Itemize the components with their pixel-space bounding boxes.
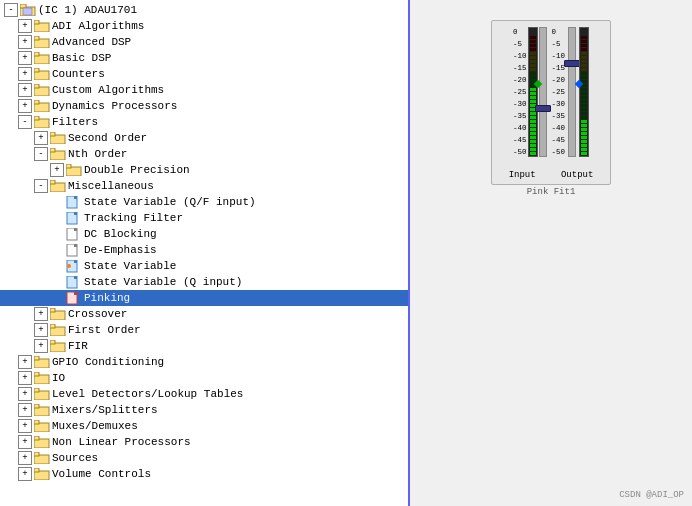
- tree-item-basic-dsp[interactable]: + Basic DSP: [0, 50, 408, 66]
- tree-item-state-variable[interactable]: State Variable: [0, 258, 408, 274]
- expander-adi-algorithms[interactable]: +: [18, 19, 32, 33]
- tree-item-gpio-conditioning[interactable]: + GPIO Conditioning: [0, 354, 408, 370]
- svg-rect-8: [34, 52, 39, 56]
- tree-item-counters[interactable]: + Counters: [0, 66, 408, 82]
- tree-item-nth-order[interactable]: - Nth Order: [0, 146, 408, 162]
- tree-item-pinking[interactable]: Pinking: [0, 290, 408, 306]
- tree-item-state-variable-q[interactable]: State Variable (Q input): [0, 274, 408, 290]
- expander-muxes-demuxes[interactable]: +: [18, 419, 32, 433]
- output-slider-thumb[interactable]: [564, 60, 580, 67]
- vu-segment: [581, 68, 587, 71]
- vu-segment: [581, 128, 587, 131]
- folder-icon: [34, 52, 50, 64]
- vu-segment: [530, 64, 536, 67]
- doc-blue-icon: [66, 276, 82, 288]
- vu-segment: [530, 120, 536, 123]
- tree-item-adi-algorithms[interactable]: + ADI Algorithms: [0, 18, 408, 34]
- tree-item-custom-algorithms[interactable]: + Custom Algorithms: [0, 82, 408, 98]
- tree-label-state-variable-q: State Variable (Q input): [84, 276, 242, 288]
- expander-counters[interactable]: +: [18, 67, 32, 81]
- folder-icon: [50, 148, 66, 160]
- tree-label-fir: FIR: [68, 340, 88, 352]
- expander-mixers-splitters[interactable]: +: [18, 403, 32, 417]
- tree-item-dynamics-processors[interactable]: + Dynamics Processors: [0, 98, 408, 114]
- expander-non-linear[interactable]: +: [18, 435, 32, 449]
- tree-item-tracking-filter[interactable]: Tracking Filter: [0, 210, 408, 226]
- tree-item-dc-blocking[interactable]: DC Blocking: [0, 226, 408, 242]
- svg-rect-46: [34, 404, 39, 408]
- tree-item-advanced-dsp[interactable]: + Advanced DSP: [0, 34, 408, 50]
- vu-segment: [581, 152, 587, 155]
- vu-segment: [530, 36, 536, 39]
- tree-item-de-emphasis[interactable]: De-Emphasis: [0, 242, 408, 258]
- vu-segment: [530, 100, 536, 103]
- expander-custom-algorithms[interactable]: +: [18, 83, 32, 97]
- expander-filters[interactable]: -: [18, 115, 32, 129]
- folder-icon: [34, 84, 50, 96]
- tree-item-io[interactable]: + IO: [0, 370, 408, 386]
- svg-rect-44: [34, 388, 39, 392]
- tree-label-second-order: Second Order: [68, 132, 147, 144]
- vu-segment: [530, 112, 536, 115]
- tree-item-mixers-splitters[interactable]: + Mixers/Splitters: [0, 402, 408, 418]
- tree-item-non-linear[interactable]: + Non Linear Processors: [0, 434, 408, 450]
- expander-level-detectors[interactable]: +: [18, 387, 32, 401]
- folder-icon: [50, 324, 66, 336]
- expander-volume-controls[interactable]: +: [18, 467, 32, 481]
- folder-icon: [34, 404, 50, 416]
- expander-first-order[interactable]: +: [34, 323, 48, 337]
- tree-item-state-variable-qf[interactable]: State Variable (Q/F input): [0, 194, 408, 210]
- vu-segment: [530, 60, 536, 63]
- input-diamond-marker: [533, 79, 543, 93]
- tree-item-filters[interactable]: - Filters: [0, 114, 408, 130]
- tree-item-miscellaneous[interactable]: - Miscellaneous: [0, 178, 408, 194]
- doc-icon: [66, 244, 82, 256]
- expander-miscellaneous[interactable]: -: [34, 179, 48, 193]
- doc-blue-icon: [66, 196, 82, 208]
- main-container: - (IC 1) ADAU1701 + ADI Algorithms+: [0, 0, 692, 506]
- tree-label-mixers-splitters: Mixers/Splitters: [52, 404, 158, 416]
- tree-label-advanced-dsp: Advanced DSP: [52, 36, 131, 48]
- expander-fir[interactable]: +: [34, 339, 48, 353]
- svg-rect-16: [34, 116, 39, 120]
- folder-icon: [34, 36, 50, 48]
- folder-icon: [34, 372, 50, 384]
- root-expander[interactable]: -: [4, 3, 18, 17]
- vu-segment: [530, 44, 536, 47]
- vu-segment: [581, 104, 587, 107]
- tree-label-crossover: Crossover: [68, 308, 127, 320]
- output-label: Output: [561, 170, 593, 180]
- tree-item-volume-controls[interactable]: + Volume Controls: [0, 466, 408, 482]
- tree-item-fir[interactable]: + FIR: [0, 338, 408, 354]
- tree-root[interactable]: - (IC 1) ADAU1701: [0, 2, 408, 18]
- expander-nth-order[interactable]: -: [34, 147, 48, 161]
- tree-item-sources[interactable]: + Sources: [0, 450, 408, 466]
- vu-segment: [530, 72, 536, 75]
- tree-label-level-detectors: Level Detectors/Lookup Tables: [52, 388, 243, 400]
- vu-segment: [581, 48, 587, 51]
- tree-label-custom-algorithms: Custom Algorithms: [52, 84, 164, 96]
- tree-item-first-order[interactable]: + First Order: [0, 322, 408, 338]
- svg-rect-52: [34, 452, 39, 456]
- input-slider-thumb[interactable]: [535, 105, 551, 112]
- vu-segment: [581, 36, 587, 39]
- tree-item-double-precision[interactable]: + Double Precision: [0, 162, 408, 178]
- svg-rect-6: [34, 36, 39, 40]
- expander-gpio-conditioning[interactable]: +: [18, 355, 32, 369]
- root-icon: [20, 4, 36, 16]
- expander-second-order[interactable]: +: [34, 131, 48, 145]
- expander-sources[interactable]: +: [18, 451, 32, 465]
- tree-item-second-order[interactable]: + Second Order: [0, 130, 408, 146]
- tree-item-muxes-demuxes[interactable]: + Muxes/Demuxes: [0, 418, 408, 434]
- expander-crossover[interactable]: +: [34, 307, 48, 321]
- tree-label-first-order: First Order: [68, 324, 141, 336]
- svg-rect-42: [34, 372, 39, 376]
- tree-item-level-detectors[interactable]: + Level Detectors/Lookup Tables: [0, 386, 408, 402]
- svg-rect-12: [34, 84, 39, 88]
- expander-basic-dsp[interactable]: +: [18, 51, 32, 65]
- expander-dynamics-processors[interactable]: +: [18, 99, 32, 113]
- expander-io[interactable]: +: [18, 371, 32, 385]
- tree-item-crossover[interactable]: + Crossover: [0, 306, 408, 322]
- expander-double-precision[interactable]: +: [50, 163, 64, 177]
- expander-advanced-dsp[interactable]: +: [18, 35, 32, 49]
